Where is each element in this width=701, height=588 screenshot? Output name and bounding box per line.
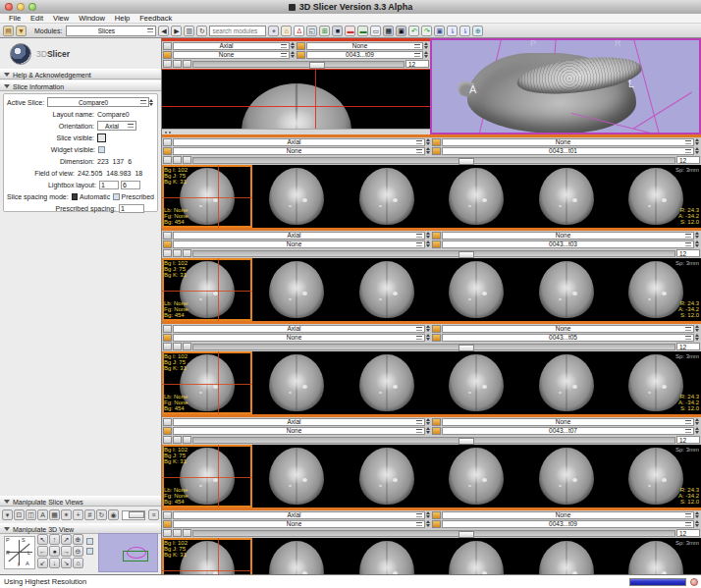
- view-axis-widget[interactable]: PSLRAI: [4, 536, 35, 569]
- lightbox-slice[interactable]: [521, 165, 612, 228]
- undo-icon[interactable]: ↶: [408, 26, 419, 36]
- slice-visibility-toggle[interactable]: [173, 343, 182, 350]
- lightbox-slice[interactable]: [521, 351, 612, 414]
- lightbox-slice[interactable]: [252, 538, 343, 574]
- foreground-volume-select[interactable]: None: [442, 232, 694, 240]
- layout-green-slice-icon[interactable]: ▬: [357, 26, 368, 36]
- grid-toggle-icon[interactable]: #: [84, 509, 95, 520]
- label-volume-select[interactable]: None: [173, 520, 425, 528]
- red-slice-offset-value[interactable]: 12: [405, 60, 429, 68]
- center-view-icon[interactable]: ●: [49, 546, 60, 557]
- slice-expand-toggle[interactable]: [183, 249, 191, 257]
- slice-link-toggle[interactable]: [163, 436, 172, 444]
- lightbox-slice[interactable]: [252, 165, 343, 228]
- home-module-icon[interactable]: ⌂: [281, 26, 292, 36]
- lightbox-slice[interactable]: [432, 165, 522, 228]
- lightbox-slice[interactable]: Sp: 3mmR: 24.3A: -34.2S: 12.0: [612, 258, 701, 321]
- module-forward-icon[interactable]: ▶: [171, 26, 182, 36]
- label-spinner[interactable]: [426, 147, 431, 154]
- lightbox-slice[interactable]: [432, 538, 522, 574]
- slice-link-toggle[interactable]: [163, 156, 172, 164]
- rotate-left-icon[interactable]: ←: [37, 546, 48, 557]
- refresh-slices-icon[interactable]: ↻: [96, 509, 107, 520]
- slice-visibility-toggle[interactable]: [173, 436, 182, 444]
- slice-visibility-toggle[interactable]: [173, 249, 182, 257]
- foreground-spinner[interactable]: [695, 511, 700, 518]
- orientation-select[interactable]: Axial: [173, 138, 425, 146]
- navigation-preview[interactable]: [98, 533, 158, 572]
- slice-expand-toggle[interactable]: [183, 436, 191, 444]
- search-modules-icon[interactable]: ⌖: [268, 26, 279, 36]
- slice-expand-toggle[interactable]: [183, 529, 191, 537]
- red-label-select[interactable]: None: [173, 51, 290, 59]
- label-layer-icon[interactable]: [163, 334, 172, 342]
- slice-link-button[interactable]: [163, 511, 172, 519]
- label-opacity-icon[interactable]: ◫: [26, 509, 36, 520]
- foreground-volume-select[interactable]: None: [442, 418, 694, 426]
- background-volume-select[interactable]: 0043...t01: [442, 147, 694, 155]
- label-spinner[interactable]: [426, 520, 431, 527]
- red-foreground-select[interactable]: None: [306, 42, 423, 50]
- layout-fourup-icon[interactable]: ⊞: [319, 26, 330, 36]
- slice-offset-slider[interactable]: [192, 250, 675, 257]
- orientation-select[interactable]: Axial: [97, 121, 136, 131]
- background-volume-select[interactable]: 0043...t05: [442, 334, 694, 342]
- lightbox-slice[interactable]: [342, 445, 432, 508]
- foreground-layer-icon[interactable]: [432, 325, 441, 333]
- crosshair-toggle-icon[interactable]: +: [73, 509, 83, 520]
- slice-offset-handle[interactable]: [458, 438, 474, 445]
- label-opacity-handle[interactable]: [129, 511, 144, 518]
- foreground-layer-icon[interactable]: [432, 418, 441, 426]
- layout-3d-only-icon[interactable]: ■: [332, 26, 343, 36]
- orientation-spinner[interactable]: [426, 325, 431, 332]
- slice-information-header[interactable]: Slice Information: [0, 80, 161, 91]
- save-scene-icon[interactable]: ▼: [16, 26, 27, 36]
- orientation-spinner[interactable]: [426, 232, 431, 239]
- slice-offset-handle[interactable]: [458, 345, 474, 351]
- orientation-spinner[interactable]: [426, 418, 431, 425]
- annotation-toggle-icon[interactable]: A: [37, 509, 48, 520]
- background-spinner[interactable]: [695, 334, 700, 341]
- lightbox-slice[interactable]: [252, 445, 343, 508]
- pin-browser-icon[interactable]: ⇂: [447, 26, 458, 36]
- red-slice-offset-slider[interactable]: [192, 61, 404, 68]
- rotate-up-right-icon[interactable]: ↗: [61, 534, 72, 545]
- orientation-spinner[interactable]: [426, 138, 431, 145]
- slice-offset-handle[interactable]: [458, 251, 474, 258]
- prescribed-spacing-checkbox[interactable]: [113, 193, 119, 200]
- spin-view-checkbox[interactable]: [86, 538, 93, 545]
- lightbox-rows-input[interactable]: [99, 181, 119, 189]
- lightbox-slice[interactable]: [521, 538, 612, 574]
- 3d-view[interactable]: A L P R: [430, 38, 701, 134]
- label-layer-icon[interactable]: [163, 520, 172, 528]
- automatic-spacing-checkbox[interactable]: [72, 193, 78, 200]
- slice-offset-value[interactable]: 12: [676, 343, 700, 350]
- label-volume-select[interactable]: None: [173, 241, 425, 248]
- foreground-layer-icon[interactable]: [432, 232, 441, 240]
- rotate-down-right-icon[interactable]: ↘: [61, 558, 72, 568]
- rotate-up-left-icon[interactable]: ↖: [37, 534, 48, 545]
- label-spinner[interactable]: [426, 334, 431, 341]
- slice-link-button[interactable]: [163, 325, 172, 333]
- slice-link-button[interactable]: [163, 138, 172, 146]
- lightbox-slice[interactable]: [521, 445, 612, 508]
- label-volume-select[interactable]: None: [173, 427, 425, 435]
- background-layer-icon[interactable]: [432, 520, 441, 528]
- rock-view-checkbox[interactable]: [86, 548, 93, 555]
- background-layer-icon[interactable]: [432, 147, 441, 155]
- slice-link-toggle[interactable]: [163, 60, 172, 68]
- background-layer-icon[interactable]: [297, 51, 305, 59]
- label-volume-select[interactable]: None: [173, 147, 425, 155]
- label-opacity-slider[interactable]: [122, 510, 145, 520]
- lightbox-slice[interactable]: Sp: 3mmR: 24.3A: -34.2S: 12.0: [612, 165, 701, 228]
- background-spinner[interactable]: [695, 241, 700, 247]
- label-layer-icon[interactable]: [163, 147, 172, 155]
- red-orientation-select[interactable]: Axial: [173, 42, 290, 50]
- prescribed-spacing-input[interactable]: [119, 204, 144, 213]
- module-history-icon[interactable]: ▥: [184, 26, 194, 36]
- scene-views-icon[interactable]: ⊕: [472, 26, 483, 36]
- slice-offset-slider[interactable]: [192, 344, 675, 350]
- slice-expand-toggle[interactable]: [183, 156, 191, 164]
- slice-offset-value[interactable]: 12: [676, 249, 700, 257]
- lightbox-slice[interactable]: Sp: 3mmR: 24.3A: -34.2S: 12.0: [612, 538, 701, 574]
